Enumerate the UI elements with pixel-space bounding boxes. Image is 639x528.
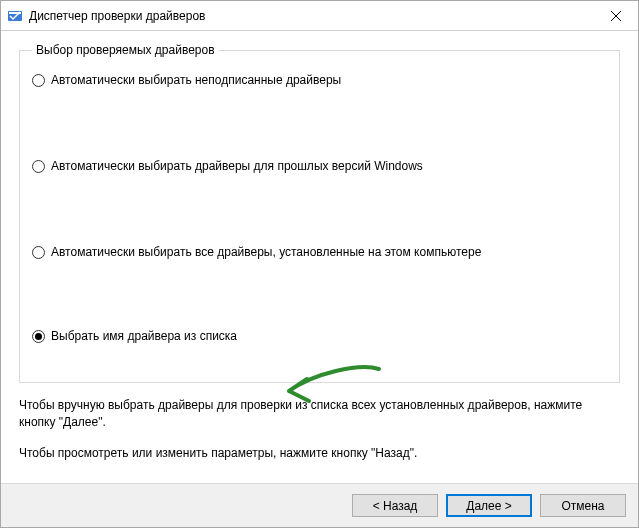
radio-icon	[32, 246, 45, 259]
back-button[interactable]: < Назад	[352, 494, 438, 517]
radio-option-old-windows[interactable]: Автоматически выбирать драйверы для прош…	[32, 159, 607, 173]
titlebar: Диспетчер проверки драйверов	[1, 1, 638, 31]
radio-label: Автоматически выбирать неподписанные дра…	[51, 73, 341, 87]
window-title: Диспетчер проверки драйверов	[29, 9, 593, 23]
radio-icon	[32, 330, 45, 343]
content-area: Выбор проверяемых драйверов Автоматическ…	[1, 31, 638, 483]
radio-label: Автоматически выбирать все драйверы, уст…	[51, 245, 481, 259]
radio-label: Выбрать имя драйвера из списка	[51, 329, 237, 343]
radio-icon	[32, 160, 45, 173]
radio-option-all-installed[interactable]: Автоматически выбирать все драйверы, уст…	[32, 245, 607, 259]
driver-selection-group: Выбор проверяемых драйверов Автоматическ…	[19, 43, 620, 383]
instruction-line-1: Чтобы вручную выбрать драйверы для прове…	[19, 397, 620, 431]
app-icon	[7, 8, 23, 24]
button-bar: < Назад Далее > Отмена	[1, 483, 638, 527]
dialog-window: Диспетчер проверки драйверов Выбор прове…	[0, 0, 639, 528]
group-legend: Выбор проверяемых драйверов	[32, 43, 219, 57]
radio-label: Автоматически выбирать драйверы для прош…	[51, 159, 423, 173]
close-button[interactable]	[593, 1, 638, 30]
close-icon	[611, 11, 621, 21]
radio-icon	[32, 74, 45, 87]
cancel-button[interactable]: Отмена	[540, 494, 626, 517]
next-button[interactable]: Далее >	[446, 494, 532, 517]
instruction-line-2: Чтобы просмотреть или изменить параметры…	[19, 445, 620, 462]
radio-option-from-list[interactable]: Выбрать имя драйвера из списка	[32, 329, 607, 343]
instructions: Чтобы вручную выбрать драйверы для прове…	[19, 397, 620, 461]
radio-option-unsigned[interactable]: Автоматически выбирать неподписанные дра…	[32, 73, 607, 87]
